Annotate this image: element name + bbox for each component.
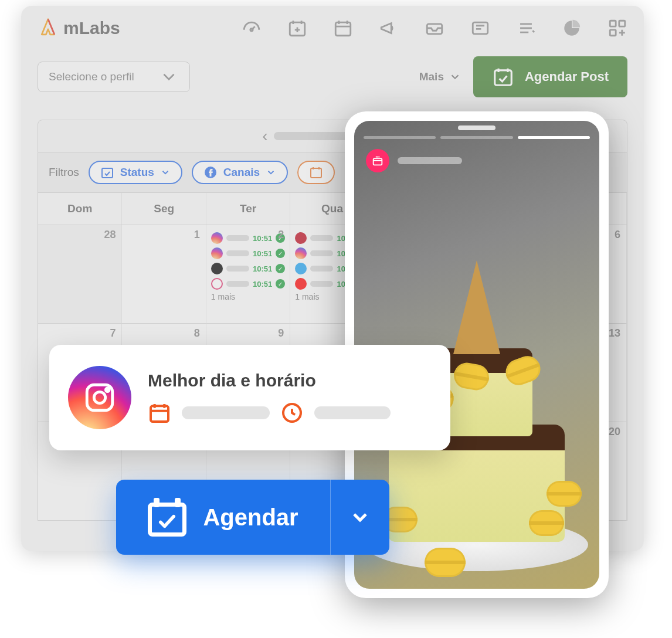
calendar-check-icon — [148, 498, 186, 537]
check-icon: ✓ — [276, 249, 285, 258]
ig-icon — [211, 247, 223, 259]
event-time: 10:51 — [253, 249, 272, 258]
story-header — [366, 149, 462, 172]
clock-icon — [280, 401, 304, 425]
calendar-icon — [148, 401, 171, 425]
list-icon[interactable] — [516, 18, 536, 38]
megaphone-icon[interactable] — [379, 18, 399, 38]
inbox-icon[interactable] — [425, 18, 444, 38]
instagram-icon — [68, 366, 131, 429]
svg-rect-12 — [374, 158, 382, 165]
event-time: 10:51 — [253, 234, 272, 243]
filter-date-pill[interactable] — [297, 161, 335, 184]
day-number: 7 — [110, 327, 116, 340]
day-header: Seg — [122, 193, 206, 225]
svg-rect-11 — [311, 168, 321, 178]
svg-rect-9 — [102, 168, 113, 178]
event-title-placeholder — [226, 281, 249, 287]
apps-icon[interactable] — [607, 18, 627, 38]
day-number: 9 — [278, 327, 284, 340]
filters-label: Filtros — [49, 166, 79, 179]
story-avatar-icon — [366, 149, 389, 172]
chevron-down-icon — [160, 167, 171, 178]
event-title-placeholder — [310, 250, 333, 256]
day-number: 2 — [278, 229, 284, 241]
calendar-check-icon — [100, 165, 114, 179]
schedule-button[interactable]: Agendar — [116, 480, 389, 555]
pin-icon — [295, 232, 307, 244]
calendar-event[interactable]: 10:51✓ — [211, 247, 285, 259]
svg-point-15 — [106, 388, 109, 392]
best-time-values — [148, 401, 432, 425]
day-header: Ter — [206, 193, 290, 225]
story-progress-bars — [364, 136, 590, 139]
ig-icon — [211, 232, 223, 244]
filter-status-pill[interactable]: Status — [89, 161, 182, 184]
schedule-button-label: Agendar — [203, 504, 298, 531]
svg-rect-16 — [151, 406, 168, 422]
event-time: 10:51 — [253, 264, 272, 273]
calendar-event[interactable]: 10:51✓ — [211, 278, 285, 290]
logo: mLabs — [38, 18, 120, 39]
day-number: 13 — [609, 327, 620, 340]
chevron-down-icon — [266, 167, 276, 178]
svg-point-14 — [94, 392, 105, 403]
event-title-placeholder — [226, 250, 249, 256]
dashboard-icon[interactable] — [242, 18, 262, 38]
check-icon: ✓ — [276, 279, 285, 289]
calendar-icon[interactable] — [333, 18, 353, 38]
check-icon: ✓ — [276, 264, 285, 273]
schedule-button-dropdown[interactable] — [331, 505, 389, 529]
phone-speaker — [458, 125, 495, 130]
topbar: mLabs — [21, 6, 644, 50]
event-time: 10:51 — [253, 280, 272, 289]
tw-icon — [295, 263, 307, 274]
day-number: 1 — [194, 229, 200, 241]
chevron-down-icon — [348, 505, 372, 529]
ig-icon — [295, 247, 307, 259]
nav-icons — [242, 18, 627, 38]
day-header: Dom — [38, 193, 122, 225]
facebook-icon — [203, 165, 218, 179]
schedule-button-main[interactable]: Agendar — [116, 498, 330, 537]
calendar-cell[interactable]: 210:51✓10:51✓10:51✓10:51✓1 mais — [206, 225, 290, 324]
reel-icon — [211, 278, 223, 290]
best-time-card: Melhor dia e horário — [49, 345, 450, 450]
calendar-cell[interactable]: 28 — [38, 225, 122, 324]
calendar-check-icon — [492, 66, 514, 88]
news-icon[interactable] — [470, 18, 490, 38]
chevron-down-icon — [449, 70, 461, 83]
logo-text: mLabs — [63, 18, 120, 38]
more-events-link[interactable]: 1 mais — [211, 292, 285, 301]
yt-icon — [295, 278, 307, 290]
svg-rect-2 — [335, 22, 351, 36]
chevron-down-icon — [159, 67, 179, 87]
best-time-placeholder — [314, 406, 391, 419]
filter-status-label: Status — [120, 166, 154, 179]
schedule-post-button[interactable]: Agendar Post — [473, 56, 627, 97]
svg-rect-7 — [610, 30, 616, 36]
best-day-placeholder — [182, 406, 270, 419]
filter-channels-pill[interactable]: Canais — [192, 161, 288, 184]
day-number: 20 — [609, 426, 620, 438]
svg-rect-6 — [619, 21, 625, 26]
new-post-icon[interactable] — [287, 18, 307, 38]
more-dropdown[interactable]: Mais — [419, 70, 461, 83]
calendar-event[interactable]: 10:51✓ — [211, 263, 285, 274]
story-username-placeholder — [398, 157, 462, 164]
logo-flame-icon — [38, 18, 59, 39]
pie-chart-icon[interactable] — [562, 18, 582, 38]
svg-rect-5 — [610, 21, 616, 26]
more-label: Mais — [419, 70, 444, 83]
week-prev-button[interactable]: ‹ — [262, 127, 267, 145]
event-title-placeholder — [310, 266, 333, 272]
schedule-post-label: Agendar Post — [525, 69, 609, 84]
calendar-event[interactable]: 10:51✓ — [211, 232, 285, 244]
profile-select-label: Selecione o perfil — [49, 70, 134, 83]
event-title-placeholder — [226, 266, 249, 272]
calendar-icon — [309, 165, 323, 179]
profile-select[interactable]: Selecione o perfil — [38, 62, 190, 92]
calendar-cell[interactable]: 1 — [122, 225, 206, 324]
event-title-placeholder — [310, 235, 333, 241]
svg-rect-8 — [495, 70, 512, 85]
